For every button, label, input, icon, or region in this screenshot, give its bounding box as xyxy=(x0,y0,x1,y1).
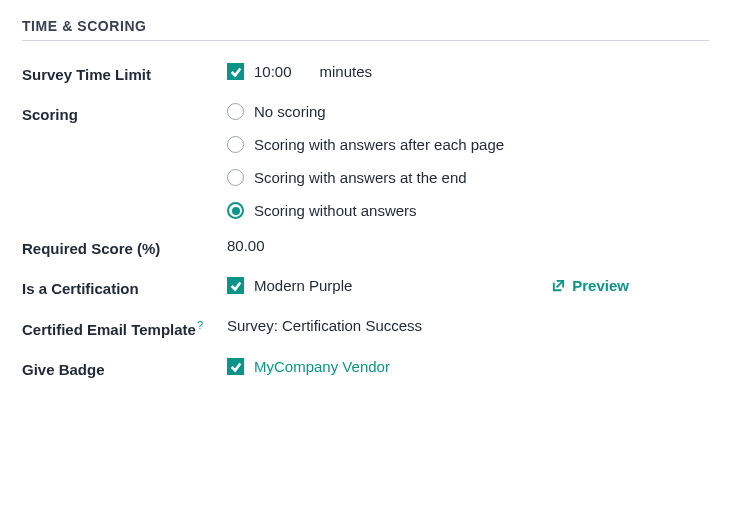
preview-label: Preview xyxy=(572,277,629,294)
help-icon[interactable]: ? xyxy=(197,319,203,331)
row-required-score: Required Score (%) 80.00 xyxy=(22,237,709,259)
give-badge-value[interactable]: MyCompany Vendor xyxy=(254,358,390,375)
required-score-value[interactable]: 80.00 xyxy=(227,237,709,254)
radio-label-at-end: Scoring with answers at the end xyxy=(254,169,467,186)
checkbox-certification[interactable] xyxy=(227,277,244,294)
radio-option-after-page[interactable]: Scoring with answers after each page xyxy=(227,136,709,153)
row-certification: Is a Certification Modern Purple Preview xyxy=(22,277,709,299)
label-scoring: Scoring xyxy=(22,103,227,125)
check-icon xyxy=(230,361,242,373)
preview-button[interactable]: Preview xyxy=(551,277,629,294)
check-icon xyxy=(230,66,242,78)
check-icon xyxy=(230,280,242,292)
external-link-icon xyxy=(551,278,566,293)
time-limit-unit: minutes xyxy=(320,63,373,80)
label-email-template: Certified Email Template? xyxy=(22,317,227,340)
radio-option-without[interactable]: Scoring without answers xyxy=(227,202,709,219)
radio-after-page[interactable] xyxy=(227,136,244,153)
row-time-limit: Survey Time Limit 10:00 minutes xyxy=(22,63,709,85)
row-email-template: Certified Email Template? Survey: Certif… xyxy=(22,317,709,340)
row-give-badge: Give Badge MyCompany Vendor xyxy=(22,358,709,380)
label-required-score: Required Score (%) xyxy=(22,237,227,259)
email-template-value[interactable]: Survey: Certification Success xyxy=(227,317,709,334)
label-give-badge: Give Badge xyxy=(22,358,227,380)
checkbox-time-limit[interactable] xyxy=(227,63,244,80)
time-limit-value[interactable]: 10:00 xyxy=(254,63,292,80)
section-header: TIME & SCORING xyxy=(22,18,709,41)
row-scoring: Scoring No scoring Scoring with answers … xyxy=(22,103,709,219)
radio-label-after-page: Scoring with answers after each page xyxy=(254,136,504,153)
radio-without[interactable] xyxy=(227,202,244,219)
radio-none[interactable] xyxy=(227,103,244,120)
radio-option-none[interactable]: No scoring xyxy=(227,103,709,120)
radio-option-at-end[interactable]: Scoring with answers at the end xyxy=(227,169,709,186)
radio-at-end[interactable] xyxy=(227,169,244,186)
label-time-limit: Survey Time Limit xyxy=(22,63,227,85)
checkbox-give-badge[interactable] xyxy=(227,358,244,375)
radio-label-without: Scoring without answers xyxy=(254,202,417,219)
radio-label-none: No scoring xyxy=(254,103,326,120)
label-certification: Is a Certification xyxy=(22,277,227,299)
certification-value[interactable]: Modern Purple xyxy=(254,277,352,294)
